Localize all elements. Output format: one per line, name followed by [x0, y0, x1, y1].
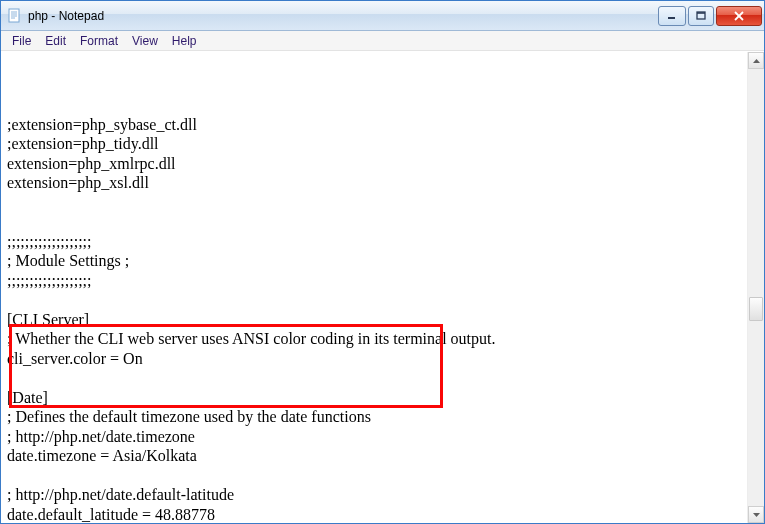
text-line [7, 290, 747, 310]
text-line: [CLI Server] [7, 310, 747, 330]
maximize-button[interactable] [688, 6, 714, 26]
menu-file[interactable]: File [5, 32, 38, 50]
text-editor[interactable]: ;extension=php_sybase_ct.dll;extension=p… [1, 52, 747, 523]
menu-bar: File Edit Format View Help [1, 31, 764, 51]
text-line [7, 193, 747, 213]
title-bar[interactable]: php - Notepad [1, 1, 764, 31]
notepad-window: php - Notepad File Edit Format View Help [0, 0, 765, 524]
text-line [7, 466, 747, 486]
text-line: [Date] [7, 388, 747, 408]
text-line: ; http://php.net/date.default-latitude [7, 485, 747, 505]
text-line: ; Module Settings ; [7, 251, 747, 271]
chevron-down-icon [753, 513, 760, 517]
svg-marker-10 [753, 59, 760, 63]
app-icon [7, 8, 23, 24]
text-line: ; Whether the CLI web server uses ANSI c… [7, 329, 747, 349]
text-line: extension=php_xsl.dll [7, 173, 747, 193]
scroll-up-button[interactable] [748, 52, 764, 69]
menu-edit[interactable]: Edit [38, 32, 73, 50]
text-line: ; Defines the default timezone used by t… [7, 407, 747, 427]
text-line: ;;;;;;;;;;;;;;;;;;; [7, 232, 747, 252]
minimize-button[interactable] [658, 6, 686, 26]
menu-format[interactable]: Format [73, 32, 125, 50]
vertical-scrollbar[interactable] [747, 52, 764, 523]
minimize-icon [667, 11, 677, 21]
text-line: date.timezone = Asia/Kolkata [7, 446, 747, 466]
text-line: ;extension=php_tidy.dll [7, 134, 747, 154]
text-line: extension=php_xmlrpc.dll [7, 154, 747, 174]
window-controls [656, 6, 762, 26]
chevron-up-icon [753, 59, 760, 63]
text-line: date.default_latitude = 48.88778 [7, 505, 747, 523]
text-line: cli_server.color = On [7, 349, 747, 369]
text-line [7, 368, 747, 388]
scroll-down-button[interactable] [748, 506, 764, 523]
scroll-thumb[interactable] [749, 297, 763, 321]
text-line: ;;;;;;;;;;;;;;;;;;; [7, 271, 747, 291]
menu-view[interactable]: View [125, 32, 165, 50]
text-line: ; http://php.net/date.timezone [7, 427, 747, 447]
menu-help[interactable]: Help [165, 32, 204, 50]
maximize-icon [696, 11, 706, 21]
text-line: ;extension=php_sybase_ct.dll [7, 115, 747, 135]
close-icon [733, 11, 745, 21]
svg-marker-11 [753, 513, 760, 517]
text-line [7, 212, 747, 232]
client-area: ;extension=php_sybase_ct.dll;extension=p… [1, 51, 764, 523]
window-title: php - Notepad [28, 9, 656, 23]
scroll-track[interactable] [748, 69, 764, 506]
close-button[interactable] [716, 6, 762, 26]
